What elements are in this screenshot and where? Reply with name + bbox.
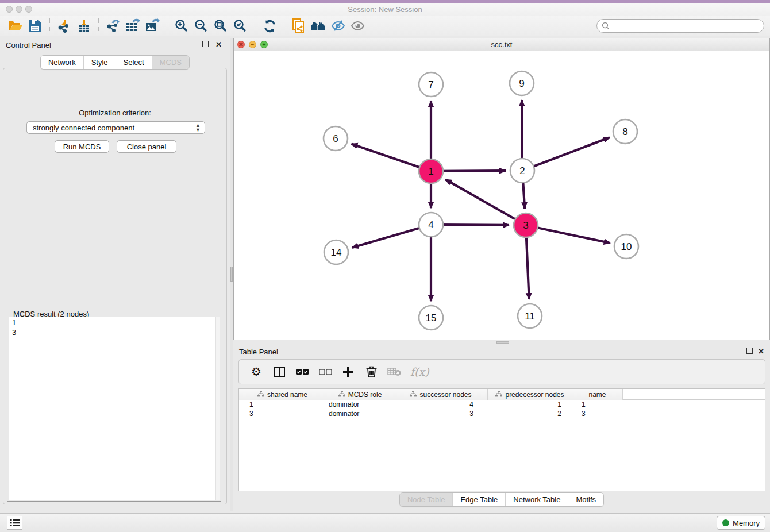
hierarchy-icon <box>410 391 417 399</box>
memory-button[interactable]: Memory <box>717 516 765 530</box>
select-all-icon[interactable] <box>295 369 309 375</box>
tab-edge-table[interactable]: Edge Table <box>452 493 505 506</box>
hide-selected-icon[interactable] <box>328 17 348 34</box>
table-cell: 4 <box>394 400 488 409</box>
node-1[interactable]: 1 <box>419 159 443 183</box>
float-panel-icon[interactable] <box>746 348 753 356</box>
columns-icon[interactable] <box>272 366 286 378</box>
app-titlebar: Session: New Session <box>0 3 770 16</box>
zoom-in-icon[interactable] <box>172 17 191 34</box>
add-icon[interactable] <box>341 366 355 377</box>
node-15[interactable]: 15 <box>419 306 443 330</box>
tab-select[interactable]: Select <box>116 56 152 69</box>
node-3[interactable]: 3 <box>514 213 538 237</box>
node-14[interactable]: 14 <box>324 240 348 264</box>
memory-label: Memory <box>733 519 760 527</box>
zoom-fit-icon[interactable] <box>211 17 230 34</box>
gear-icon[interactable]: ⚙ <box>249 365 263 379</box>
edge-3-10[interactable] <box>526 225 610 243</box>
tab-mcds[interactable]: MCDS <box>152 56 189 69</box>
table-panel-title: Table Panel <box>239 348 278 356</box>
first-neighbors-icon[interactable] <box>309 17 328 34</box>
tab-node-table[interactable]: Node Table <box>400 493 453 506</box>
network-view-window: ✕ − + scc.txt 7968124314101511 <box>233 38 770 340</box>
table-body: 1dominator4113dominator323 <box>239 400 765 418</box>
mcds-result-groupbox: MCDS result (2 nodes) 1 3 <box>7 314 221 502</box>
close-panel-icon[interactable]: ✕ <box>758 348 764 356</box>
network-graph: 7968124314101511 <box>234 51 769 340</box>
network-window-titlebar[interactable]: ✕ − + scc.txt <box>234 38 769 51</box>
close-panel-icon[interactable]: ✕ <box>215 41 222 49</box>
splitter-grip[interactable] <box>230 267 233 282</box>
column-header-successor-nodes[interactable]: successor nodes <box>394 389 488 400</box>
export-table-icon[interactable] <box>123 17 143 34</box>
svg-text:1: 1 <box>428 166 433 177</box>
column-header-predecessor-nodes[interactable]: predecessor nodes <box>488 389 572 400</box>
control-panel-header: Control Panel ✕ <box>0 38 230 53</box>
control-panel: Control Panel ✕ NetworkStyleSelectMCDS O… <box>0 38 230 511</box>
table-panel: Table Panel ✕ ⚙ f(x) shared nameMCDS rol… <box>233 345 770 511</box>
table-cell: 3 <box>394 409 488 418</box>
search-input[interactable] <box>612 20 764 32</box>
column-label: successor nodes <box>419 391 471 399</box>
tab-motifs[interactable]: Motifs <box>568 493 603 506</box>
table-panel-header: Table Panel ✕ <box>233 345 770 360</box>
tab-network-table[interactable]: Network Table <box>505 493 568 506</box>
tab-network[interactable]: Network <box>41 56 83 69</box>
delete-table-icon[interactable] <box>387 367 401 376</box>
svg-text:7: 7 <box>428 79 433 90</box>
export-network-icon[interactable] <box>103 17 123 34</box>
open-session-icon[interactable] <box>6 17 25 34</box>
mcds-result-textarea[interactable]: 1 3 <box>9 317 215 500</box>
task-history-button[interactable] <box>7 516 22 530</box>
run-mcds-button[interactable]: Run MCDS <box>55 140 109 153</box>
zoom-out-icon[interactable] <box>191 17 211 34</box>
function-builder-icon[interactable]: f(x) <box>410 365 429 378</box>
node-7[interactable]: 7 <box>419 72 443 97</box>
node-8[interactable]: 8 <box>613 119 637 144</box>
splitter-grip[interactable] <box>496 341 509 344</box>
svg-text:9: 9 <box>519 78 524 89</box>
table-cell: 2 <box>488 409 572 418</box>
table-tabs: Node TableEdge TableNetwork TableMotifs <box>399 492 604 507</box>
delete-icon[interactable] <box>364 365 378 378</box>
node-6[interactable]: 6 <box>324 126 348 151</box>
control-panel-tabs: NetworkStyleSelectMCDS <box>40 55 190 70</box>
node-2[interactable]: 2 <box>510 159 534 183</box>
list-icon <box>10 519 20 527</box>
table-row[interactable]: 3dominator323 <box>239 409 765 418</box>
column-header-shared-name[interactable]: shared name <box>239 389 326 400</box>
result-scrollbar[interactable] <box>215 317 220 500</box>
optimization-criterion-select[interactable]: strongly connected component ▲▼ <box>26 121 205 134</box>
import-network-icon[interactable] <box>55 17 74 34</box>
search-field[interactable] <box>596 19 764 33</box>
horizontal-splitter[interactable] <box>233 340 770 345</box>
close-panel-button[interactable]: Close panel <box>117 140 176 153</box>
node-10[interactable]: 10 <box>614 234 638 259</box>
network-canvas[interactable]: 7968124314101511 <box>234 51 769 340</box>
show-all-icon[interactable] <box>348 17 367 34</box>
toolbar-separator <box>98 18 99 33</box>
edge-3-1[interactable] <box>445 179 526 225</box>
import-table-icon[interactable] <box>74 17 94 34</box>
column-header-name[interactable]: name <box>572 389 623 400</box>
table-cell: dominator <box>326 409 394 418</box>
export-image-icon[interactable] <box>143 17 162 34</box>
column-header-MCDS-role[interactable]: MCDS role <box>326 389 394 400</box>
save-session-icon[interactable] <box>25 17 45 34</box>
new-network-from-selection-icon[interactable] <box>289 17 309 34</box>
node-9[interactable]: 9 <box>510 71 534 95</box>
zoom-selected-icon[interactable] <box>230 17 250 34</box>
table-row[interactable]: 1dominator411 <box>239 400 765 409</box>
tab-style[interactable]: Style <box>83 56 116 69</box>
app-title: Session: New Session <box>0 5 770 14</box>
node-4[interactable]: 4 <box>419 213 443 237</box>
toolbar-separator <box>284 18 284 33</box>
refresh-icon[interactable] <box>260 17 279 34</box>
node-11[interactable]: 11 <box>518 304 542 328</box>
node-table: shared nameMCDS rolesuccessor nodesprede… <box>238 388 765 491</box>
deselect-all-icon[interactable] <box>318 369 332 375</box>
edge-2-8[interactable] <box>522 137 610 171</box>
svg-text:3: 3 <box>523 220 528 231</box>
float-panel-icon[interactable] <box>202 41 209 49</box>
